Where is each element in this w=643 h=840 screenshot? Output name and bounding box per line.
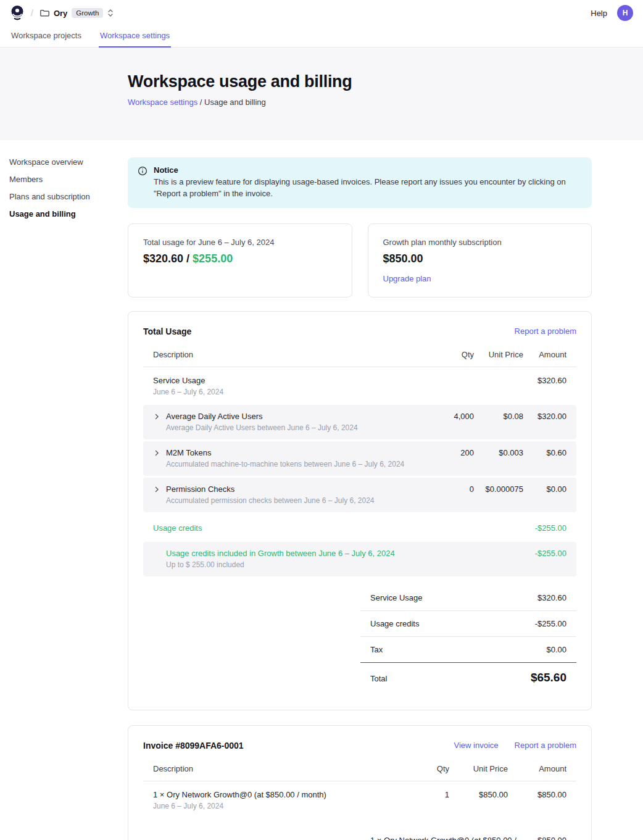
invoice-card: Invoice #8099AFA6-0001 View invoice Repo… — [128, 725, 592, 840]
notice-body: This is a preview feature for displaying… — [154, 177, 578, 200]
tab-workspace-settings[interactable]: Workspace settings — [99, 26, 171, 48]
total-usage-invoice-card: Total Usage Report a problem Description… — [128, 311, 592, 710]
info-icon — [138, 165, 147, 200]
invoice-totals: 1 × Ory Network Growth@0 (at $850.00 / m… — [360, 828, 576, 840]
invoice-totals-subscription: 1 × Ory Network Growth@0 (at $850.00 / m… — [360, 828, 576, 840]
chevron-right-icon[interactable] — [153, 412, 160, 432]
breadcrumb-current: / Usage and billing — [197, 98, 266, 107]
totals-usage-credits: Usage credits-$255.00 — [360, 611, 576, 637]
usage-credit-amount: $255.00 — [193, 252, 233, 265]
invoice-title: Invoice #8099AFA6-0001 — [143, 741, 244, 751]
preview-notice: Notice This is a preview feature for dis… — [128, 157, 592, 208]
chevron-right-icon[interactable] — [153, 484, 160, 505]
service-usage-row: Service Usage June 6 – July 6, 2024 $320… — [143, 367, 576, 405]
usage-line-item-m2m-tokens[interactable]: M2M Tokens Accumulated machine-to-machin… — [143, 441, 576, 476]
report-problem-link[interactable]: Report a problem — [515, 741, 576, 750]
breadcrumb-separator: / — [31, 8, 33, 18]
usage-line-item-permission-checks[interactable]: Permission Checks Accumulated permission… — [143, 478, 576, 512]
report-problem-link[interactable]: Report a problem — [515, 326, 576, 336]
view-invoice-link[interactable]: View invoice — [454, 741, 499, 750]
breadcrumb: Workspace settings / Usage and billing — [128, 98, 643, 107]
sidebar-item-usage-and-billing[interactable]: Usage and billing — [9, 209, 128, 218]
total-usage-amount: $320.60 / $255.00 — [143, 252, 337, 265]
usage-table-header: Description Qty Unit Price Amount — [143, 344, 576, 367]
sidebar-item-members[interactable]: Members — [9, 175, 128, 184]
totals-grand-total: Total$65.60 — [360, 663, 576, 692]
workspace-tabs: Workspace projects Workspace settings — [0, 26, 643, 48]
workspace-name: Ory — [54, 9, 67, 18]
subscription-label: Growth plan monthly subscription — [383, 238, 577, 247]
totals-tax: Tax$0.00 — [360, 637, 576, 663]
upgrade-plan-link[interactable]: Upgrade plan — [383, 274, 431, 283]
usage-totals: Service Usage$320.60 Usage credits-$255.… — [360, 585, 576, 692]
ory-logo-icon — [10, 5, 25, 21]
tab-workspace-projects[interactable]: Workspace projects — [10, 26, 83, 48]
page-header: Workspace usage and billing Workspace se… — [0, 48, 643, 140]
folder-icon — [39, 8, 49, 18]
workspace-switcher[interactable]: Ory Growth — [39, 8, 114, 18]
notice-title: Notice — [154, 165, 578, 175]
subscription-card: Growth plan monthly subscription $850.00… — [368, 223, 592, 297]
total-usage-label: Total usage for June 6 – July 6, 2024 — [143, 238, 337, 247]
settings-sidebar: Workspace overview Members Plans and sub… — [0, 157, 128, 840]
chevron-updown-icon[interactable] — [107, 9, 114, 17]
sidebar-item-plans-and-subscription[interactable]: Plans and subscription — [9, 192, 128, 201]
invoice-table-header: Description Qty Unit Price Amount — [143, 758, 576, 781]
usage-card-title: Total Usage — [143, 326, 191, 336]
help-link[interactable]: Help — [591, 9, 607, 18]
usage-credits-detail-row: Usage credits included in Growth between… — [143, 542, 576, 576]
user-avatar[interactable]: H — [617, 5, 633, 21]
totals-service-usage: Service Usage$320.60 — [360, 585, 576, 611]
chevron-right-icon[interactable] — [153, 448, 160, 468]
page-title: Workspace usage and billing — [128, 72, 643, 91]
invoice-line-item: 1 × Ory Network Growth@0 (at $850.00 / m… — [143, 781, 576, 819]
topbar: / Ory Growth Help H — [0, 0, 643, 26]
usage-credits-row: Usage credits -$255.00 — [143, 514, 576, 542]
total-usage-card: Total usage for June 6 – July 6, 2024 $3… — [128, 223, 352, 297]
usage-line-item-daily-active-users[interactable]: Average Daily Active Users Average Daily… — [143, 405, 576, 439]
sidebar-item-workspace-overview[interactable]: Workspace overview — [9, 157, 128, 167]
plan-badge: Growth — [72, 8, 103, 18]
ory-logo[interactable] — [10, 5, 25, 21]
breadcrumb-link-workspace-settings[interactable]: Workspace settings — [128, 98, 197, 107]
subscription-amount: $850.00 — [383, 252, 577, 265]
